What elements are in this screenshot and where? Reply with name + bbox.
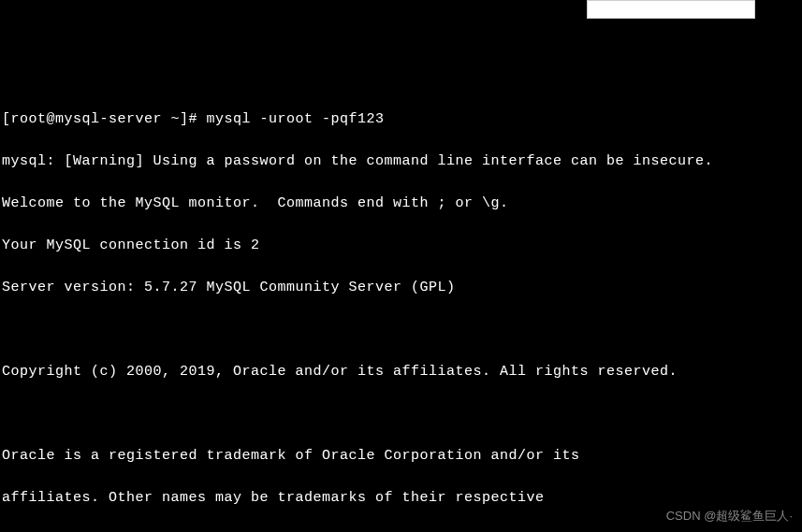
mysql-version: Server version: 5.7.27 MySQL Community S… (2, 278, 800, 299)
mysql-trademark: Oracle is a registered trademark of Orac… (2, 446, 800, 467)
shell-command: mysql -uroot -pqf123 (207, 111, 385, 127)
blank-line (2, 320, 800, 341)
mysql-warning: mysql: [Warning] Using a password on the… (2, 151, 800, 173)
mysql-copyright: Copyright (c) 2000, 2019, Oracle and/or … (2, 362, 800, 383)
blank-line (2, 404, 800, 425)
mysql-welcome: Welcome to the MySQL monitor. Commands e… (2, 194, 800, 215)
dropdown-overlay[interactable] (587, 0, 755, 19)
watermark-text: CSDN @超级鲨鱼巨人· (666, 507, 793, 525)
shell-prompt: [root@mysql-server ~]# (2, 111, 207, 127)
mysql-connection-id: Your MySQL connection id is 2 (2, 236, 800, 257)
terminal-output[interactable]: [root@mysql-server ~]# mysql -uroot -pqf… (2, 88, 800, 532)
